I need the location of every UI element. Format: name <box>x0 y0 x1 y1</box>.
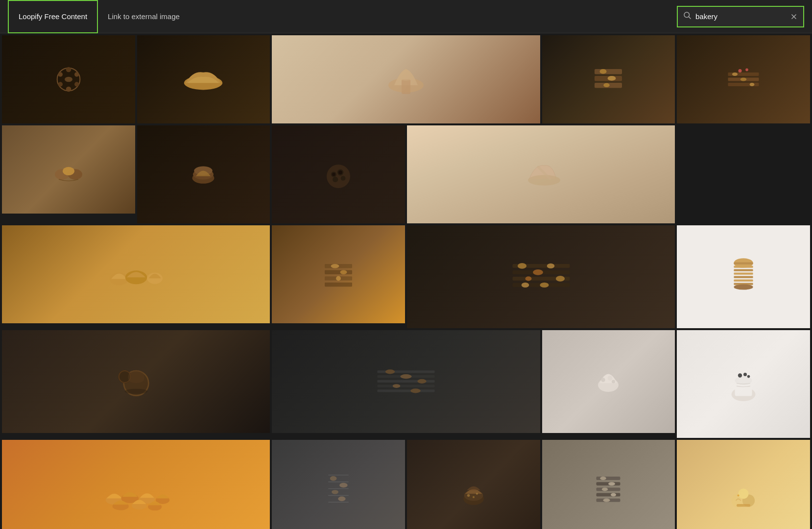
svg-point-29 <box>745 69 748 72</box>
image-item[interactable] <box>542 35 675 123</box>
svg-point-99 <box>747 375 750 378</box>
svg-point-43 <box>528 175 560 186</box>
svg-point-89 <box>410 388 421 393</box>
image-item[interactable] <box>272 330 540 433</box>
svg-point-85 <box>385 369 395 374</box>
svg-rect-14 <box>402 79 410 94</box>
svg-point-20 <box>608 76 616 81</box>
svg-point-93 <box>612 380 615 384</box>
svg-point-119 <box>476 493 478 495</box>
svg-point-54 <box>336 276 341 281</box>
image-item[interactable] <box>272 440 405 529</box>
svg-point-5 <box>66 67 71 72</box>
image-item[interactable] <box>677 35 810 123</box>
svg-point-127 <box>608 482 615 485</box>
image-item[interactable] <box>407 125 675 223</box>
svg-point-40 <box>333 177 338 182</box>
search-input[interactable] <box>695 12 789 21</box>
svg-point-25 <box>732 72 738 76</box>
svg-point-28 <box>739 69 742 72</box>
image-item[interactable] <box>2 440 270 529</box>
svg-point-65 <box>540 283 549 288</box>
image-item[interactable] <box>272 225 405 323</box>
image-item[interactable] <box>407 225 675 328</box>
svg-point-42 <box>338 170 342 174</box>
svg-point-32 <box>63 167 74 175</box>
search-clear-button[interactable] <box>789 12 798 21</box>
header: Loopify Free Content Link to external im… <box>0 0 812 33</box>
image-item[interactable] <box>2 125 135 214</box>
image-grid <box>0 33 812 529</box>
image-item[interactable] <box>677 225 810 328</box>
svg-point-59 <box>518 263 526 269</box>
svg-point-52 <box>331 264 339 268</box>
svg-rect-16 <box>595 69 622 74</box>
svg-point-133 <box>739 489 749 499</box>
svg-point-130 <box>603 499 610 502</box>
image-item[interactable] <box>272 125 405 223</box>
svg-point-88 <box>393 384 401 388</box>
svg-rect-71 <box>734 276 753 278</box>
svg-point-9 <box>58 82 62 86</box>
svg-rect-70 <box>734 273 753 275</box>
svg-point-92 <box>608 376 613 381</box>
svg-rect-123 <box>597 487 621 491</box>
svg-point-128 <box>602 487 608 491</box>
svg-rect-124 <box>597 493 621 497</box>
image-item[interactable] <box>272 35 540 123</box>
svg-point-97 <box>738 373 742 377</box>
svg-point-74 <box>734 284 753 289</box>
svg-point-15 <box>400 75 412 81</box>
svg-point-135 <box>743 491 744 493</box>
svg-point-118 <box>467 494 470 497</box>
svg-point-126 <box>600 477 607 480</box>
search-bar <box>677 6 804 27</box>
svg-point-120 <box>473 496 475 498</box>
image-item[interactable] <box>137 125 270 223</box>
svg-point-60 <box>533 269 543 275</box>
svg-point-98 <box>743 373 747 376</box>
tab-loopify-content[interactable]: Loopify Free Content <box>8 0 98 33</box>
image-item[interactable] <box>137 35 270 123</box>
image-item[interactable] <box>407 440 540 529</box>
image-item[interactable] <box>2 330 270 433</box>
svg-point-41 <box>332 173 335 176</box>
image-item[interactable] <box>2 225 270 323</box>
svg-point-11 <box>65 77 72 82</box>
svg-point-62 <box>556 276 565 282</box>
svg-rect-83 <box>377 385 434 387</box>
svg-point-6 <box>74 72 79 76</box>
svg-rect-68 <box>734 266 753 268</box>
svg-rect-121 <box>597 477 621 480</box>
svg-point-8 <box>66 87 71 92</box>
svg-rect-51 <box>325 283 352 287</box>
tab-external-image[interactable]: Link to external image <box>98 0 190 33</box>
svg-line-1 <box>689 17 691 19</box>
svg-rect-69 <box>734 269 753 271</box>
svg-rect-84 <box>377 389 434 392</box>
svg-point-27 <box>750 83 755 86</box>
svg-point-19 <box>600 69 607 74</box>
image-item[interactable] <box>677 440 810 529</box>
svg-point-113 <box>339 483 348 488</box>
svg-rect-67 <box>734 263 753 264</box>
svg-point-87 <box>417 379 426 384</box>
svg-point-53 <box>340 270 347 274</box>
svg-point-63 <box>525 276 531 281</box>
svg-rect-72 <box>734 280 753 282</box>
svg-point-26 <box>740 78 747 81</box>
image-item[interactable] <box>677 330 810 438</box>
svg-point-10 <box>58 72 62 76</box>
svg-point-112 <box>330 476 337 481</box>
svg-rect-49 <box>325 270 352 274</box>
image-item[interactable] <box>542 330 675 433</box>
svg-point-7 <box>74 82 79 86</box>
svg-point-114 <box>332 490 338 494</box>
image-item[interactable] <box>2 35 135 123</box>
image-item[interactable] <box>542 440 675 529</box>
svg-point-61 <box>547 264 554 268</box>
svg-point-64 <box>521 283 529 288</box>
svg-point-86 <box>400 374 411 379</box>
svg-point-21 <box>604 83 610 87</box>
svg-rect-136 <box>737 504 750 507</box>
